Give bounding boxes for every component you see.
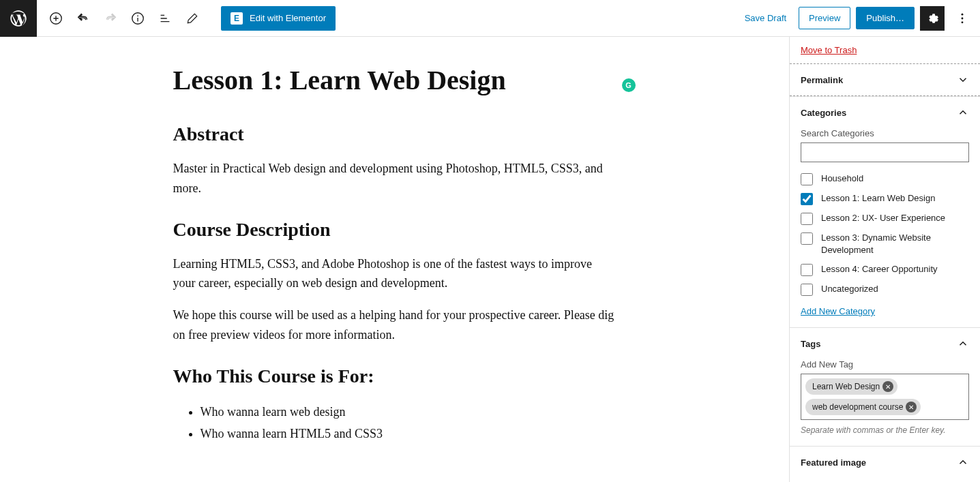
toolbar-right-group: Save Draft Preview Publish… [738, 6, 980, 31]
category-checkbox-lesson1[interactable] [801, 193, 813, 205]
category-item: Lesson 2: UX- User Experience [801, 209, 969, 228]
panel-title: Featured image [801, 457, 866, 468]
details-button[interactable] [125, 6, 150, 31]
search-categories-input[interactable] [801, 142, 969, 162]
tag-chip: web development course ✕ [805, 399, 921, 415]
category-item: Uncategorized [801, 280, 969, 299]
paragraph[interactable]: We hope this course will be used as a he… [173, 305, 617, 345]
heading-abstract[interactable]: Abstract [173, 123, 617, 145]
tag-remove-button[interactable]: ✕ [882, 381, 893, 392]
save-draft-button[interactable]: Save Draft [738, 13, 793, 23]
kebab-icon [955, 12, 969, 25]
gear-icon [925, 12, 939, 25]
add-new-category-link[interactable]: Add New Category [801, 306, 875, 316]
list-item[interactable]: Who wanna learn HTML5 and CSS3 [201, 423, 617, 445]
category-label: Lesson 2: UX- User Experience [821, 212, 945, 224]
editor-canvas[interactable]: Lesson 1: Learn Web Design G Abstract Ma… [0, 37, 789, 482]
svg-point-3 [962, 13, 964, 15]
publish-button[interactable]: Publish… [856, 7, 915, 29]
category-checkbox-household[interactable] [801, 173, 813, 185]
edit-mode-button[interactable] [180, 6, 205, 31]
tag-chip: Learn Web Design ✕ [805, 378, 897, 395]
who-list[interactable]: Who wanna learn web design Who wanna lea… [173, 401, 617, 445]
category-item: Household [801, 169, 969, 189]
chevron-down-icon [957, 74, 969, 86]
main-area: Lesson 1: Learn Web Design G Abstract Ma… [0, 37, 980, 482]
categories-panel-toggle[interactable]: Categories [790, 97, 980, 128]
tag-remove-button[interactable]: ✕ [906, 402, 917, 412]
pencil-icon [185, 12, 199, 25]
post-title[interactable]: Lesson 1: Learn Web Design G [173, 64, 617, 96]
featured-image-panel: Featured image [790, 446, 980, 478]
svg-point-2 [137, 15, 138, 16]
preview-button[interactable]: Preview [799, 7, 850, 29]
tag-text: web development course [812, 402, 903, 412]
permalink-panel: Permalink [790, 63, 980, 96]
tags-panel: Tags Add New Tag Learn Web Design ✕ web … [790, 327, 980, 446]
elementor-icon: E [231, 12, 243, 25]
heading-description[interactable]: Course Description [173, 219, 617, 241]
list-item[interactable]: Who wanna learn web design [201, 401, 617, 423]
panel-title: Permalink [801, 75, 843, 85]
outline-button[interactable] [153, 6, 177, 31]
top-toolbar: E Edit with Elementor Save Draft Preview… [0, 0, 980, 37]
redo-button[interactable] [98, 6, 123, 31]
undo-button[interactable] [71, 6, 95, 31]
paragraph[interactable]: Learning HTML5, CSS3, and Adobe Photosho… [173, 254, 617, 294]
settings-button[interactable] [920, 6, 945, 31]
permalink-panel-toggle[interactable]: Permalink [790, 64, 980, 95]
tags-body: Add New Tag Learn Web Design ✕ web devel… [790, 359, 980, 446]
category-checkbox-lesson3[interactable] [801, 232, 813, 245]
chevron-up-icon [957, 456, 969, 468]
category-item: Lesson 1: Learn Web Design [801, 189, 969, 209]
move-to-trash-link[interactable]: Move to Trash [801, 45, 857, 55]
toolbar-left-group: E Edit with Elementor [37, 6, 342, 31]
categories-body: Search Categories Household Lesson 1: Le… [790, 128, 980, 327]
more-options-button[interactable] [950, 6, 975, 31]
chevron-up-icon [957, 106, 969, 119]
svg-point-4 [962, 17, 964, 19]
paragraph[interactable]: Master in Practical Web design and devel… [173, 159, 617, 198]
redo-icon [103, 11, 118, 26]
trash-row: Move to Trash [790, 37, 980, 63]
elementor-button[interactable]: E Edit with Elementor [221, 6, 336, 31]
grammarly-icon[interactable]: G [622, 78, 636, 92]
add-tag-label: Add New Tag [801, 359, 969, 370]
post-content: Lesson 1: Learn Web Design G Abstract Ma… [173, 64, 617, 445]
block-inserter-button[interactable] [44, 6, 68, 31]
heading-who[interactable]: Who This Course is For: [173, 365, 617, 387]
category-checkbox-lesson2[interactable] [801, 213, 813, 225]
category-item: Lesson 3: Dynamic Website Development [801, 228, 969, 260]
tag-text: Learn Web Design [812, 382, 880, 391]
panel-title: Categories [801, 108, 846, 118]
category-label: Household [821, 172, 863, 185]
tags-hint: Separate with commas or the Enter key. [801, 425, 969, 435]
tags-input[interactable]: Learn Web Design ✕ web development cours… [801, 374, 969, 420]
category-checkbox-uncategorized[interactable] [801, 284, 813, 296]
undo-icon [76, 11, 91, 26]
featured-image-panel-toggle[interactable]: Featured image [790, 447, 980, 478]
category-label: Lesson 4: Career Opportunity [821, 263, 938, 275]
svg-point-5 [962, 21, 964, 23]
search-categories-label: Search Categories [801, 128, 969, 138]
chevron-up-icon [957, 337, 969, 350]
list-view-icon [158, 11, 173, 26]
panel-title: Tags [801, 339, 820, 349]
elementor-label: Edit with Elementor [250, 13, 326, 23]
settings-sidebar: Move to Trash Permalink Categories Searc… [789, 37, 980, 482]
wordpress-icon [9, 9, 28, 28]
info-circle-icon [130, 11, 145, 26]
category-checkbox-lesson4[interactable] [801, 264, 813, 276]
tags-panel-toggle[interactable]: Tags [790, 328, 980, 359]
plus-circle-icon [48, 11, 63, 26]
wordpress-logo[interactable] [0, 0, 37, 37]
categories-panel: Categories Search Categories Household L… [790, 96, 980, 327]
category-label: Lesson 1: Learn Web Design [821, 192, 935, 205]
category-item: Lesson 4: Career Opportunity [801, 260, 969, 280]
category-label: Lesson 3: Dynamic Website Development [821, 232, 969, 256]
category-label: Uncategorized [821, 283, 878, 295]
